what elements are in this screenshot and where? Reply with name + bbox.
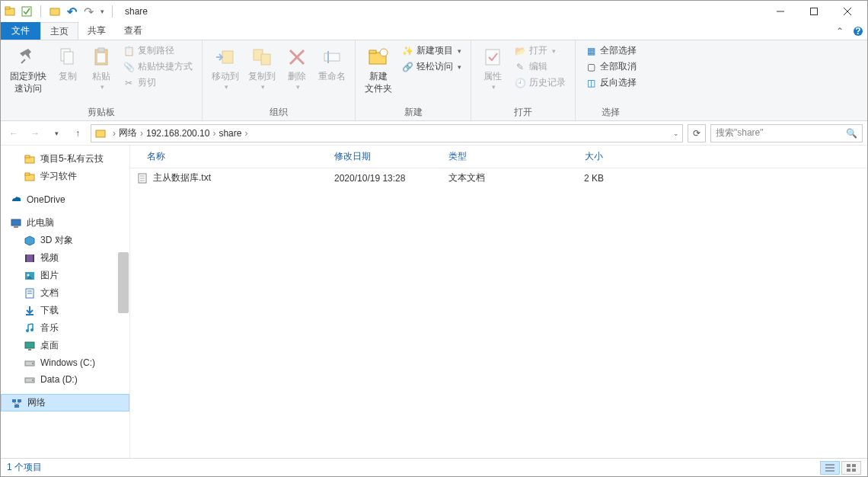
icons-view-button[interactable] [841, 461, 861, 475]
col-type[interactable]: 类型 [442, 146, 534, 168]
address-input[interactable]: ›网络›192.168.200.10›share› ⌄ [91, 124, 683, 142]
app-icon [4, 5, 16, 18]
col-date[interactable]: 修改日期 [328, 146, 442, 168]
sidebar-item-label: 图片 [40, 269, 59, 282]
help-icon[interactable]: ? [849, 22, 867, 40]
undo-icon[interactable]: ↶ [65, 5, 78, 18]
new-folder-button[interactable]: 新建 文件夹 [360, 42, 397, 98]
sidebar-item[interactable]: OneDrive [1, 191, 129, 208]
svg-rect-12 [64, 52, 73, 64]
sidebar-item[interactable]: 音乐 [1, 319, 129, 337]
copy-to-button[interactable]: 复制到▾ [244, 42, 280, 94]
navigation-pane[interactable]: 项目5-私有云技学习软件OneDrive此电脑3D 对象视频图片文档下载音乐桌面… [1, 146, 130, 458]
svg-rect-26 [486, 50, 499, 65]
sidebar-item-label: 项目5-私有云技 [40, 152, 104, 165]
sidebar-item[interactable]: 学习软件 [1, 168, 129, 185]
ribbon-group-select: ▦全部选择 ▢全部取消 ◫反向选择 选择 [576, 40, 646, 120]
close-button[interactable] [831, 1, 864, 22]
svg-rect-65 [847, 469, 850, 472]
sidebar-item[interactable]: 此电脑 [1, 214, 129, 232]
sidebar-item[interactable]: 桌面 [1, 337, 129, 354]
select-all-button[interactable]: ▦全部选择 [583, 43, 638, 58]
pc-icon [10, 217, 22, 229]
invert-selection-button[interactable]: ◫反向选择 [583, 75, 638, 90]
search-input[interactable]: 搜索"share" 🔍 [710, 124, 863, 142]
up-button[interactable]: ↑ [69, 125, 86, 142]
svg-rect-2 [22, 7, 31, 16]
sidebar-item[interactable]: 文档 [1, 284, 129, 302]
delete-button[interactable]: 删除▾ [280, 42, 314, 94]
paste-icon [89, 45, 113, 69]
sidebar-item[interactable]: Windows (C:) [1, 354, 129, 371]
properties-button[interactable]: 属性▾ [476, 42, 509, 94]
edit-icon: ✎ [514, 61, 526, 73]
copy-path-button[interactable]: 📋复制路径 [121, 43, 194, 58]
svg-rect-1 [5, 7, 10, 9]
svg-rect-36 [33, 255, 34, 262]
back-button[interactable]: ← [5, 125, 22, 142]
sidebar-item[interactable]: 项目5-私有云技 [1, 150, 129, 168]
col-size[interactable]: 大小 [534, 146, 610, 168]
textfile-icon [136, 172, 148, 184]
paste-shortcut-button[interactable]: 📎粘贴快捷方式 [121, 59, 194, 74]
move-to-button[interactable]: 移动到▾ [207, 42, 244, 94]
new-item-button[interactable]: ✨新建项目▾ [400, 43, 463, 58]
history-button[interactable]: 🕘历史记录 [512, 75, 567, 90]
file-row[interactable]: 主从数据库.txt2020/10/19 13:28文本文档2 KB [130, 168, 867, 187]
forward-button[interactable]: → [27, 125, 43, 142]
paste-button[interactable]: 粘贴▾ [85, 42, 118, 94]
qat-folder-icon[interactable] [49, 5, 61, 18]
sidebar-item[interactable]: 视频 [1, 249, 129, 267]
recent-locations-button[interactable]: ▾ [48, 125, 65, 142]
window-title: share [125, 6, 148, 17]
refresh-button[interactable]: ⟳ [688, 124, 706, 142]
details-view-button[interactable] [820, 461, 840, 475]
svg-rect-53 [14, 405, 19, 408]
separator [112, 5, 113, 18]
3d-icon [24, 235, 36, 247]
qat-dropdown-icon[interactable]: ▾ [101, 8, 104, 15]
breadcrumb: ›网络›192.168.200.10›share› [110, 126, 251, 139]
svg-rect-45 [25, 342, 34, 348]
svg-rect-21 [324, 53, 340, 61]
col-name[interactable]: 名称 [130, 146, 328, 168]
copy-button[interactable]: 复制 [51, 42, 85, 86]
sidebar-item[interactable]: 图片 [1, 267, 129, 284]
tab-share[interactable]: 共享 [78, 22, 115, 40]
minimize-button[interactable] [764, 1, 797, 22]
pasteshortcut-icon: 📎 [123, 61, 135, 73]
maximize-button[interactable] [797, 1, 831, 22]
sidebar-item-label: 桌面 [40, 339, 59, 352]
rename-icon [320, 45, 344, 69]
sidebar-item-label: 学习软件 [40, 170, 77, 183]
sidebar-item-label: Data (D:) [40, 374, 78, 385]
file-menu[interactable]: 文件 [1, 22, 40, 40]
properties-icon[interactable] [21, 5, 33, 18]
tab-view[interactable]: 查看 [115, 22, 152, 40]
svg-rect-33 [14, 226, 18, 228]
copypath-icon: 📋 [123, 45, 135, 57]
sidebar-item[interactable]: 下载 [1, 302, 129, 319]
status-text: 1 个项目 [7, 461, 42, 474]
sidebar-item[interactable]: Data (D:) [1, 371, 129, 388]
easy-access-button[interactable]: 🔗轻松访问▾ [400, 59, 463, 74]
selectall-icon: ▦ [585, 45, 597, 57]
redo-icon[interactable]: ↷ [82, 5, 94, 18]
address-dropdown-icon[interactable]: ⌄ [673, 130, 679, 137]
open-button[interactable]: 📂打开▾ [512, 43, 567, 58]
svg-point-44 [30, 328, 34, 331]
edit-button[interactable]: ✎编辑 [512, 59, 567, 74]
cut-button[interactable]: ✂剪切 [121, 75, 194, 90]
sidebar-item-label: 文档 [40, 287, 59, 299]
collapse-ribbon-icon[interactable]: ⌃ [831, 22, 849, 40]
select-none-button[interactable]: ▢全部取消 [583, 59, 638, 74]
tab-home[interactable]: 主页 [40, 22, 78, 40]
svg-rect-63 [847, 464, 850, 467]
moveto-icon [213, 45, 238, 69]
rename-button[interactable]: 重命名 [314, 42, 350, 86]
sidebar-item-label: Windows (C:) [40, 357, 95, 368]
sidebar-item[interactable]: 3D 对象 [1, 232, 129, 249]
pin-to-quick-access-button[interactable]: 固定到快 速访问 [5, 42, 51, 98]
scrollbar-thumb[interactable] [118, 252, 129, 313]
sidebar-item[interactable]: 网络 [1, 394, 129, 411]
